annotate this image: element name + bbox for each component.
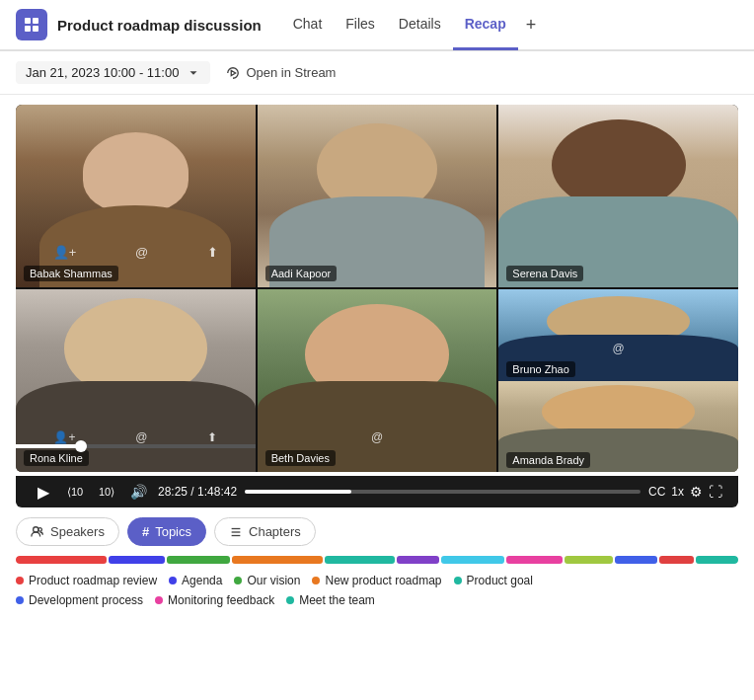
legend-dot-1 [169, 577, 177, 584]
legend-row-1: Product roadmap review Agenda Our vision… [0, 568, 754, 589]
video-cell-babak: Babak Shammas 👤+ @ ⬆ [16, 105, 256, 287]
topics-label: Topics [155, 524, 191, 539]
next-button[interactable]: 10⟩ [95, 480, 118, 504]
tl-seg-0 [16, 556, 107, 564]
tl-seg-7 [506, 556, 563, 564]
speed-button[interactable]: 1x [671, 485, 684, 499]
tab-recap[interactable]: Recap [453, 0, 518, 50]
legend-item-4[interactable]: Product goal [454, 574, 533, 587]
app-header: Product roadmap discussion Chat Files De… [0, 0, 754, 51]
tl-seg-4 [325, 556, 395, 564]
tl-seg-1 [109, 556, 165, 564]
tabs-row: Speakers # Topics Chapters [16, 517, 738, 546]
svg-point-5 [38, 527, 42, 531]
tl-seg-2 [167, 556, 230, 564]
progress-thumb [75, 440, 87, 452]
add-tab-button[interactable]: + [518, 0, 545, 50]
progress-bar-main[interactable] [245, 490, 641, 494]
speakers-tab[interactable]: Speakers [16, 517, 119, 546]
tab-files[interactable]: Files [334, 0, 387, 50]
cell-icons-babak: 👤+ @ ⬆ [16, 245, 256, 260]
tl-seg-8 [565, 556, 614, 564]
legend-dot-6 [155, 596, 163, 604]
captions-button[interactable]: CC [648, 485, 665, 499]
legend-item-3[interactable]: New product roadmap [312, 574, 441, 587]
speakers-icon [31, 525, 44, 539]
add-person-icon-2: 👤+ [53, 430, 75, 444]
mention-icon-2: @ [135, 430, 147, 444]
legend-item-7[interactable]: Meet the team [286, 593, 375, 607]
hash-icon: # [142, 524, 149, 539]
stream-link[interactable]: Open in Stream [226, 65, 336, 80]
tab-details[interactable]: Details [387, 0, 453, 50]
legend-item-1[interactable]: Agenda [169, 574, 222, 587]
play-button[interactable]: ▶ [32, 480, 55, 504]
right-controls: CC 1x ⚙ ⛶ [648, 484, 722, 500]
svg-rect-1 [33, 18, 38, 24]
share-icon-2: ⬆ [207, 430, 217, 444]
name-tag-babak: Babak Shammas [24, 266, 118, 281]
cell-icons-beth: @ [258, 430, 497, 444]
topics-tab[interactable]: # Topics [127, 517, 206, 546]
legend-row-2: Development process Monitoring feedback … [0, 589, 754, 615]
chapters-tab[interactable]: Chapters [214, 517, 316, 546]
add-person-icon: 👤+ [53, 245, 77, 260]
svg-rect-3 [33, 26, 38, 32]
chevron-down-icon [187, 66, 200, 80]
fullscreen-button[interactable]: ⛶ [709, 484, 722, 500]
name-tag-beth: Beth Davies [265, 450, 336, 466]
stream-icon [226, 66, 240, 80]
settings-button[interactable]: ⚙ [690, 484, 703, 500]
tabs-section: Speakers # Topics Chapters [0, 507, 754, 552]
prev-button[interactable]: ⟨10 [63, 480, 87, 504]
legend-dot-4 [454, 577, 462, 584]
date-selector[interactable]: Jan 21, 2023 10:00 - 11:00 [16, 61, 210, 84]
share-icon: ⬆ [207, 245, 218, 260]
speakers-label: Speakers [50, 524, 105, 539]
video-cell-beth: Beth Davies @ [258, 289, 497, 472]
cell-icons-bruno: @ [498, 342, 738, 355]
mention-icon: @ [135, 245, 148, 260]
time-display: 28:25 / 1:48:42 [158, 485, 237, 499]
name-tag-amanda: Amanda Brady [506, 452, 590, 468]
legend-item-2[interactable]: Our vision [234, 574, 300, 587]
tl-seg-6 [441, 556, 504, 564]
legend-dot-5 [16, 596, 24, 604]
legend-item-0[interactable]: Product roadmap review [16, 574, 157, 587]
name-tag-rona: Rona Kline [24, 450, 89, 466]
legend-item-5[interactable]: Development process [16, 593, 143, 607]
name-tag-aadi: Aadi Kapoor [265, 266, 338, 281]
name-tag-bruno: Bruno Zhao [506, 361, 574, 377]
progress-bar-overlay[interactable] [16, 444, 256, 448]
legend-dot-3 [312, 577, 320, 584]
date-label: Jan 21, 2023 10:00 - 11:00 [26, 65, 179, 80]
nav-tabs: Chat Files Details Recap + [281, 0, 738, 50]
chapters-label: Chapters [249, 524, 301, 539]
subheader: Jan 21, 2023 10:00 - 11:00 Open in Strea… [0, 51, 754, 95]
legend-dot-7 [286, 596, 294, 604]
video-grid-container: Babak Shammas 👤+ @ ⬆ Aadi Kapoor Serena … [0, 95, 754, 476]
legend-dot-0 [16, 577, 24, 584]
video-controls-bar: ▶ ⟨10 10⟩ 🔊 28:25 / 1:48:42 CC 1x ⚙ ⛶ [16, 476, 738, 507]
mention-icon-3: @ [371, 430, 383, 444]
stream-label: Open in Stream [246, 65, 336, 80]
video-cell-rona: Rona Kline 👤+ @ ⬆ [16, 289, 256, 472]
tab-chat[interactable]: Chat [281, 0, 335, 50]
legend-item-6[interactable]: Monitoring feedback [155, 593, 274, 607]
progress-fill [16, 444, 81, 448]
grid-icon [23, 16, 40, 34]
video-grid: Babak Shammas 👤+ @ ⬆ Aadi Kapoor Serena … [16, 105, 738, 472]
volume-button[interactable]: 🔊 [126, 480, 150, 504]
cell-icons-rona: 👤+ @ ⬆ [16, 430, 256, 444]
name-tag-serena: Serena Davis [506, 266, 583, 281]
svg-rect-2 [25, 26, 31, 32]
tl-seg-11 [696, 556, 738, 564]
chapters-icon [229, 525, 243, 539]
mention-icon-4: @ [613, 342, 625, 355]
tl-seg-5 [397, 556, 439, 564]
header-title: Product roadmap discussion [57, 17, 262, 34]
progress-fill-main [245, 490, 351, 494]
video-cell-serena: Serena Davis [498, 105, 738, 287]
timeline-bar[interactable] [16, 556, 738, 564]
app-icon [16, 9, 47, 40]
